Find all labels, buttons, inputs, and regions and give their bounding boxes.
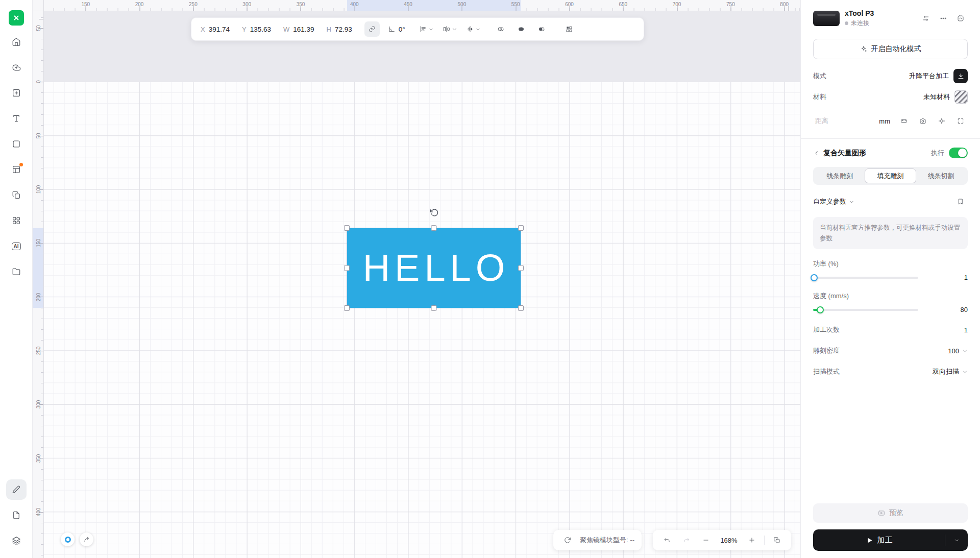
shape-tool-button[interactable] <box>6 134 27 154</box>
process-button-main[interactable]: 加工 <box>813 529 945 551</box>
zoom-in-button[interactable] <box>745 533 759 547</box>
camera-button[interactable] <box>916 114 930 128</box>
material-row: 材料 未知材料 <box>813 90 968 104</box>
selected-object[interactable]: HELLO <box>347 228 521 308</box>
angle-value[interactable]: 0° <box>399 26 405 33</box>
chevron-left-icon[interactable] <box>813 150 820 157</box>
duplicate-tool-button[interactable] <box>6 185 27 205</box>
lock-ratio-link-icon[interactable] <box>364 21 380 37</box>
weld-union-icon[interactable] <box>513 21 529 37</box>
weld-subtract-icon[interactable] <box>534 21 549 37</box>
undo-button[interactable] <box>660 533 674 547</box>
power-value[interactable]: 1 <box>925 274 968 281</box>
ruler-label: 800 <box>780 2 789 7</box>
resize-handle-nw[interactable] <box>344 225 350 231</box>
align-objects-dropdown[interactable] <box>418 21 436 37</box>
y-value[interactable]: 135.63 <box>250 26 271 33</box>
rotate-handle[interactable] <box>428 207 439 218</box>
refresh-icon[interactable] <box>560 533 575 547</box>
resize-handle-n[interactable] <box>431 225 437 231</box>
locate-view-button[interactable] <box>80 532 93 546</box>
folder-button[interactable] <box>6 261 27 282</box>
execute-toggle[interactable] <box>949 148 968 158</box>
distribute-objects-dropdown[interactable] <box>441 21 459 37</box>
material-swatch-button[interactable] <box>954 90 968 104</box>
resize-handle-w[interactable] <box>344 265 350 271</box>
frame-corners-icon <box>957 117 964 125</box>
duplicate-canvas-button[interactable] <box>770 533 784 547</box>
y-position-field[interactable]: Y 135.63 <box>242 26 271 33</box>
resize-handle-e[interactable] <box>518 265 524 271</box>
process-button[interactable]: 加工 <box>813 529 968 551</box>
distance-input[interactable]: 距离 mm <box>813 113 892 129</box>
more-options-button[interactable] <box>936 11 950 26</box>
canvas-area[interactable]: 1502002503003504004505005506006507007508… <box>33 0 800 558</box>
density-dropdown[interactable]: 100 <box>948 347 968 355</box>
resize-handle-ne[interactable] <box>518 225 524 231</box>
ai-tools-button[interactable]: AI <box>6 236 27 256</box>
custom-params-dropdown[interactable]: 自定义参数 <box>813 197 854 206</box>
redo-button[interactable] <box>679 533 694 547</box>
material-value: 未知材料 <box>923 92 950 102</box>
ruler-corner <box>33 0 44 11</box>
distance-row: 距离 mm <box>813 113 968 129</box>
section-title: 复合矢量图形 <box>823 149 931 158</box>
power-slider[interactable] <box>813 277 918 279</box>
collapse-panel-button[interactable] <box>953 11 968 26</box>
save-params-button[interactable] <box>953 195 968 209</box>
tab-line-engrave[interactable]: 线条雕刻 <box>815 168 865 183</box>
weld-outline-icon[interactable] <box>493 21 508 37</box>
cloud-sync-button[interactable] <box>6 57 27 78</box>
hello-text[interactable]: HELLO <box>358 249 510 287</box>
object-section-header: 复合矢量图形 执行 <box>813 148 968 158</box>
array-pattern-icon[interactable] <box>561 21 577 37</box>
h-value[interactable]: 72.93 <box>335 26 352 33</box>
power-slider-knob[interactable] <box>811 274 818 281</box>
zoom-level[interactable]: 168% <box>718 537 740 544</box>
resize-handle-se[interactable] <box>518 305 524 311</box>
ruler-label: 250 <box>189 2 198 7</box>
rotation-field[interactable]: 0° <box>388 26 405 33</box>
scan-mode-row: 扫描模式 双向扫描 <box>813 367 968 376</box>
text-tool-button[interactable] <box>6 108 27 129</box>
passes-value[interactable]: 1 <box>964 326 968 334</box>
home-button[interactable] <box>6 32 27 52</box>
scan-mode-dropdown[interactable]: 双向扫描 <box>933 367 968 376</box>
preview-button[interactable]: 预览 <box>813 503 968 523</box>
material-library-button[interactable] <box>6 159 27 180</box>
speed-value[interactable]: 80 <box>925 306 968 313</box>
mode-selector-button[interactable] <box>953 69 968 83</box>
x-value[interactable]: 391.74 <box>209 26 230 33</box>
speed-slider-knob[interactable] <box>817 306 824 313</box>
zoom-out-button[interactable] <box>699 533 713 547</box>
chevron-down-icon <box>962 369 968 375</box>
enable-automation-button[interactable]: 开启自动化模式 <box>813 39 968 59</box>
resize-handle-s[interactable] <box>431 305 437 311</box>
width-field[interactable]: W 161.39 <box>283 26 314 33</box>
focus-button[interactable] <box>935 114 949 128</box>
tab-fill-engrave[interactable]: 填充雕刻 <box>865 168 916 183</box>
height-field[interactable]: H 72.93 <box>327 26 352 33</box>
flip-object-dropdown[interactable] <box>464 21 483 37</box>
x-position-field[interactable]: X 391.74 <box>201 26 230 33</box>
tab-line-cut[interactable]: 线条切割 <box>916 168 966 183</box>
framing-button[interactable] <box>953 114 968 128</box>
speed-slider[interactable] <box>813 309 918 311</box>
xtool-logo[interactable] <box>9 10 24 26</box>
w-value[interactable]: 161.39 <box>293 26 314 33</box>
switch-device-button[interactable] <box>919 11 933 26</box>
layers-button[interactable] <box>6 530 27 551</box>
canvas-grid[interactable] <box>44 82 800 558</box>
new-project-button[interactable] <box>6 83 27 103</box>
apps-grid-button[interactable] <box>6 210 27 231</box>
edit-pen-tool-button[interactable] <box>6 479 27 500</box>
auto-measure-button[interactable] <box>897 114 911 128</box>
ruler-icon <box>900 117 908 125</box>
horizontal-ruler: 1502002503003504004505005506006507007508… <box>44 0 800 11</box>
flip-object-icon <box>467 26 474 33</box>
laser-position-button[interactable] <box>61 532 75 546</box>
document-button[interactable] <box>6 505 27 525</box>
platform-icon <box>957 72 965 80</box>
process-dropdown[interactable] <box>945 529 968 551</box>
resize-handle-sw[interactable] <box>344 305 350 311</box>
